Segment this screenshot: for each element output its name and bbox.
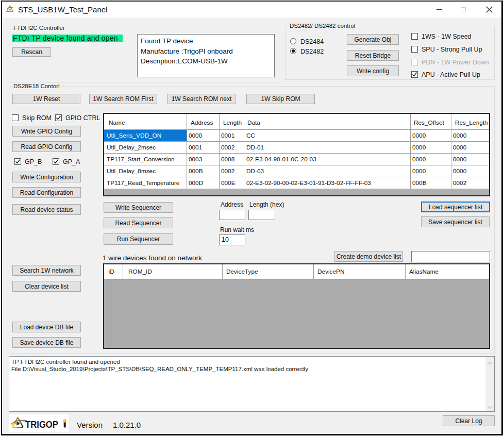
svg-text:TRIGOP: TRIGOP [25,420,58,430]
